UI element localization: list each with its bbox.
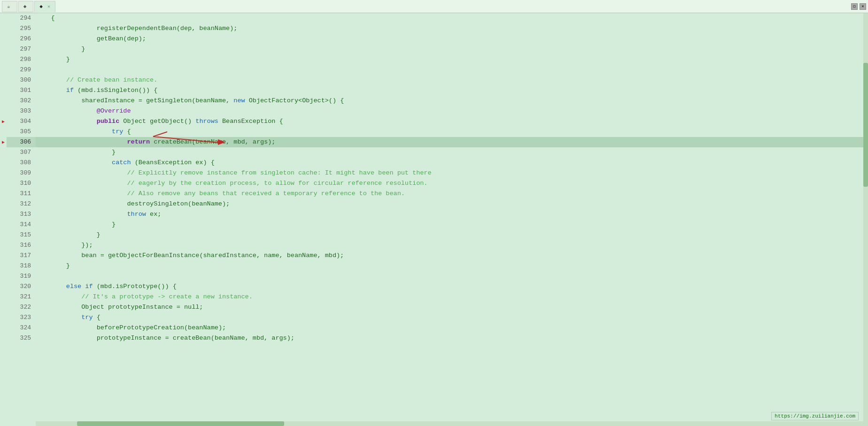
code-line-297: } [36, 44, 868, 54]
code-line-314: } [36, 220, 868, 230]
gutter-line-316 [0, 240, 7, 251]
java-icon: ☕ [7, 3, 10, 9]
gutter-line-310 [0, 178, 7, 189]
line-number-301: 301 [7, 85, 36, 96]
line-number-315: 315 [7, 230, 36, 240]
gutter-line-297 [0, 44, 7, 54]
tab-annotationconfig[interactable]: ◆ [18, 1, 34, 12]
line-number-312: 312 [7, 199, 36, 209]
code-line-295: registerDependentBean(dep, beanName); [36, 23, 868, 34]
code-line-300: // Create bean instance. [36, 75, 868, 85]
gutter-line-312 [0, 199, 7, 209]
line-number-306: 306 [7, 137, 36, 147]
code-line-312: destroySingleton(beanName); [36, 199, 868, 209]
line-number-298: 298 [7, 54, 36, 65]
line-number-318: 318 [7, 261, 36, 271]
code-line-318: } [36, 261, 868, 271]
gutter-icons: ▶▶ [0, 13, 7, 426]
restore-button[interactable]: ◻ [851, 3, 858, 10]
tab-bar: ☕ ◆ ◆ ✕ ◻ ✕ [0, 0, 868, 13]
class-icon-1: ◆ [23, 3, 27, 9]
gutter-line-317 [0, 251, 7, 261]
horizontal-scrollbar-thumb[interactable] [77, 421, 284, 426]
code-line-298: } [36, 54, 868, 65]
code-line-319 [36, 271, 868, 281]
editor-container: ☕ ◆ ◆ ✕ ◻ ✕ ▶▶ 2942952962972982993003013… [0, 0, 868, 426]
line-number-296: 296 [7, 34, 36, 44]
line-number-295: 295 [7, 23, 36, 34]
line-number-322: 322 [7, 302, 36, 312]
vertical-scrollbar[interactable] [863, 13, 868, 426]
gutter-line-305 [0, 127, 7, 137]
gutter-line-322 [0, 302, 7, 312]
close-button[interactable]: ✕ [860, 3, 866, 10]
code-line-310: // eagerly by the creation process, to a… [36, 178, 868, 189]
gutter-line-323 [0, 312, 7, 323]
code-line-302: sharedInstance = getSingleton(beanName, … [36, 96, 868, 106]
line-number-305: 305 [7, 127, 36, 137]
code-area: ▶▶ 2942952962972982993003013023033043053… [0, 13, 868, 426]
code-line-316: }); [36, 240, 868, 251]
line-number-314: 314 [7, 220, 36, 230]
line-number-320: 320 [7, 281, 36, 292]
gutter-line-298 [0, 54, 7, 65]
line-number-303: 303 [7, 106, 36, 116]
tab-abstractbeanfactory[interactable]: ◆ ✕ [34, 1, 55, 12]
line-number-304: 304 [7, 116, 36, 127]
gutter-line-307 [0, 147, 7, 158]
code-line-320: else if (mbd.isPrototype()) { [36, 281, 868, 292]
horizontal-scrollbar[interactable] [36, 421, 863, 426]
line-number-300: 300 [7, 75, 36, 85]
line-number-310: 310 [7, 178, 36, 189]
code-line-308: catch (BeansException ex) { [36, 158, 868, 168]
line-numbers: 2942952962972982993003013023033043053063… [7, 13, 36, 426]
gutter-line-325 [0, 333, 7, 343]
line-number-321: 321 [7, 292, 36, 302]
gutter-line-315 [0, 230, 7, 240]
url-badge: https://img.zuilianjie.com [771, 412, 859, 420]
line-number-325: 325 [7, 333, 36, 343]
line-number-317: 317 [7, 251, 36, 261]
gutter-line-303 [0, 106, 7, 116]
gutter-line-308 [0, 158, 7, 168]
code-line-323: try { [36, 312, 868, 323]
gutter-line-299 [0, 65, 7, 75]
line-number-309: 309 [7, 168, 36, 178]
class-icon-2: ◆ [39, 3, 43, 9]
gutter-line-311 [0, 189, 7, 199]
window-controls: ◻ ✕ [851, 3, 866, 10]
gutter-line-300 [0, 75, 7, 85]
tab-close-button[interactable]: ✕ [47, 4, 50, 9]
line-number-311: 311 [7, 189, 36, 199]
code-line-309: // Explicitly remove instance from singl… [36, 168, 868, 178]
code-line-303: @Override [36, 106, 868, 116]
gutter-line-321 [0, 292, 7, 302]
code-line-294: { [36, 13, 868, 23]
gutter-line-319 [0, 271, 7, 281]
vertical-scrollbar-thumb[interactable] [863, 63, 868, 187]
code-line-315: } [36, 230, 868, 240]
tab-ioctest[interactable]: ☕ [2, 1, 17, 12]
gutter-line-306: ▶ [0, 137, 7, 147]
gutter-line-296 [0, 34, 7, 44]
gutter-line-309 [0, 168, 7, 178]
code-line-301: if (mbd.isSingleton()) { [36, 85, 868, 96]
line-number-308: 308 [7, 158, 36, 168]
code-line-307: } [36, 147, 868, 158]
code-line-306: return createBean(beanName, mbd, args); [36, 137, 868, 147]
code-content[interactable]: { registerDependentBean(dep, beanName); … [36, 13, 868, 426]
code-line-317: bean = getObjectForBeanInstance(sharedIn… [36, 251, 868, 261]
gutter-line-320 [0, 281, 7, 292]
line-number-297: 297 [7, 44, 36, 54]
gutter-line-313 [0, 209, 7, 220]
line-number-323: 323 [7, 312, 36, 323]
gutter-line-294 [0, 13, 7, 23]
line-number-319: 319 [7, 271, 36, 281]
line-number-313: 313 [7, 209, 36, 220]
code-line-322: Object prototypeInstance = null; [36, 302, 868, 312]
gutter-line-318 [0, 261, 7, 271]
line-number-307: 307 [7, 147, 36, 158]
gutter-line-302 [0, 96, 7, 106]
code-line-321: // It's a prototype -> create a new inst… [36, 292, 868, 302]
gutter-line-304: ▶ [0, 116, 7, 127]
